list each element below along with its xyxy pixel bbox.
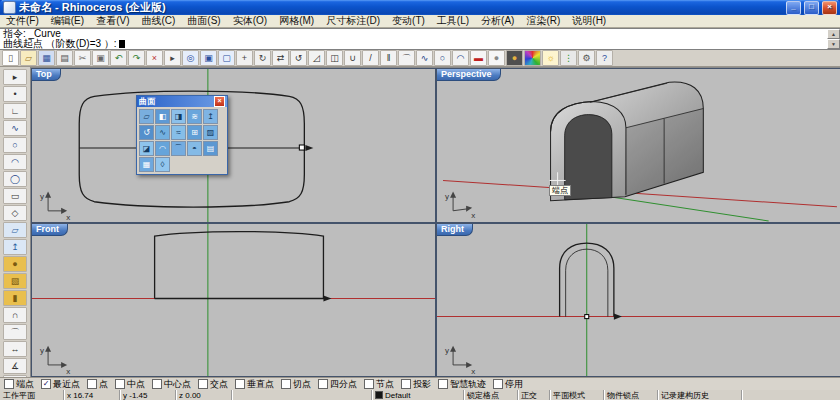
car-model-icon[interactable]: ▬ [470,50,487,66]
menu-view[interactable]: 查看(V) [90,15,135,27]
fillet-tool-icon[interactable]: ⌒ [3,324,27,340]
viewport-label-right[interactable]: Right [437,224,473,236]
checkbox[interactable] [401,379,411,389]
osnap-point[interactable]: 点 [87,378,108,391]
network-surface-icon[interactable]: ⊞ [187,125,202,140]
pan-view-icon[interactable]: + [236,50,253,66]
menu-tools[interactable]: 工具(L) [431,15,475,27]
right-viewport-canvas[interactable]: y x [437,224,840,376]
plane-surface-icon[interactable]: ▱ [139,109,154,124]
control-point[interactable] [585,315,589,319]
new-file-icon[interactable]: ▯ [2,50,19,66]
join-icon[interactable]: ∪ [344,50,361,66]
copy-icon[interactable]: ▣ [92,50,109,66]
osnap-intersection[interactable]: 交点 [198,378,228,391]
cplane-button[interactable]: 工作平面 [0,390,64,400]
menu-file[interactable]: 文件(F) [0,15,45,27]
surface-edge-icon[interactable]: ◨ [171,109,186,124]
planar-toggle[interactable]: 平面模式 [550,390,604,400]
checkbox[interactable] [281,379,291,389]
print-icon[interactable]: ▤ [56,50,73,66]
viewport-right[interactable]: y x Right [436,223,840,377]
scroll-up-button[interactable]: ▲ [827,29,840,39]
menu-analyze[interactable]: 分析(A) [475,15,520,27]
sweep2-icon[interactable]: ≈ [171,125,186,140]
viewport-label-perspective[interactable]: Perspective [437,69,501,81]
shaded-view-icon[interactable]: ● [506,50,523,66]
select-icon[interactable]: ▸ [164,50,181,66]
viewport-front[interactable]: y x Front [31,223,436,377]
osnap-end[interactable]: 端点 [4,378,34,391]
perspective-viewport-canvas[interactable]: y x [437,69,840,222]
top-viewport-canvas[interactable]: y x [32,69,435,222]
surface-tool-icon[interactable]: ▱ [3,222,27,238]
checkbox[interactable] [318,379,328,389]
arc-tool-icon[interactable]: ◠ [3,154,27,170]
patch-icon[interactable]: ▨ [203,125,218,140]
menu-edit[interactable]: 编辑(E) [45,15,90,27]
extrude-surface-icon[interactable]: ↥ [203,109,218,124]
rectangle-tool-icon[interactable]: ▭ [3,188,27,204]
title-bar[interactable]: 未命名 - Rhinoceros (企业版) _ □ × [0,0,840,15]
palette-title-bar[interactable]: 曲面 × [137,96,227,107]
osnap-knot[interactable]: 节点 [364,378,394,391]
menu-dimension[interactable]: 尺寸标注(D) [320,15,386,27]
point-tool-icon[interactable]: • [3,86,27,102]
osnap-perpendicular[interactable]: 垂直点 [235,378,274,391]
open-file-icon[interactable]: ▱ [20,50,37,66]
save-icon[interactable]: ▦ [38,50,55,66]
cylinder-tool-icon[interactable]: ▮ [3,290,27,306]
box-tool-icon[interactable]: ▧ [3,273,27,289]
zoom-extents-icon[interactable]: ▢ [218,50,235,66]
curve-icon[interactable]: ∿ [416,50,433,66]
osnap-smarttrack[interactable]: 智慧轨迹 [438,378,486,391]
mirror-icon[interactable]: ◫ [326,50,343,66]
zoom-icon[interactable]: ◎ [182,50,199,66]
fillet-icon[interactable]: ⌒ [398,50,415,66]
checkbox[interactable] [152,379,162,389]
menu-solid[interactable]: 实体(O) [227,15,273,27]
maximize-button[interactable]: □ [804,1,819,15]
checkbox[interactable] [364,379,374,389]
osnap-disable[interactable]: 停用 [493,378,523,391]
render-icon[interactable] [524,50,541,66]
command-scrollbar[interactable]: ▲ ▼ [827,29,840,49]
checkbox[interactable] [4,379,14,389]
unroll-icon[interactable]: ◊ [155,157,170,172]
split-icon[interactable]: ‖ [380,50,397,66]
menu-transform[interactable]: 变动(T) [386,15,431,27]
menu-curve[interactable]: 曲线(C) [135,15,181,27]
line-tool-icon[interactable]: ∟ [3,103,27,119]
settings-icon[interactable]: ⚙ [578,50,595,66]
front-profile-curve[interactable] [155,232,324,299]
scale-icon[interactable]: ◿ [308,50,325,66]
checkbox[interactable] [198,379,208,389]
cap-icon[interactable]: ◓ [187,141,202,156]
loft-icon[interactable]: ≋ [187,109,202,124]
osnap-center[interactable]: 中心点 [152,378,191,391]
checkbox[interactable] [87,379,97,389]
ortho-toggle[interactable]: 正交 [518,390,550,400]
menu-render[interactable]: 渲染(R) [520,15,566,27]
circle-tool-icon[interactable]: ○ [3,137,27,153]
viewport-label-front[interactable]: Front [32,224,68,236]
transform-tool-icon[interactable]: ↔ [3,341,27,357]
revolve-icon[interactable]: ↺ [139,125,154,140]
ellipse-tool-icon[interactable]: ◯ [3,171,27,187]
osnap-near[interactable]: 最近点 [41,378,80,391]
traffic-light-icon[interactable]: ⋮ [560,50,577,66]
heightfield-icon[interactable]: ▦ [139,157,154,172]
layer-indicator[interactable]: Default [372,390,464,400]
checkbox[interactable] [438,379,448,389]
trim-icon[interactable]: / [362,50,379,66]
sphere-tool-icon[interactable]: ● [3,256,27,272]
menu-help[interactable]: 说明(H) [566,15,612,27]
circle-icon[interactable]: ○ [434,50,451,66]
undo-icon[interactable]: ↶ [110,50,127,66]
delete-icon[interactable]: × [146,50,163,66]
osnap-tangent[interactable]: 切点 [281,378,311,391]
sphere-icon[interactable]: ● [488,50,505,66]
viewport-top[interactable]: y x Top 曲面 × ▱◧◨≋↥↺∿≈⊞▨◪◠⌒◓▤▦◊ [31,68,436,223]
viewport-perspective[interactable]: y x Perspective 端点 [436,68,840,223]
history-toggle[interactable]: 记录建构历史 [658,390,742,400]
